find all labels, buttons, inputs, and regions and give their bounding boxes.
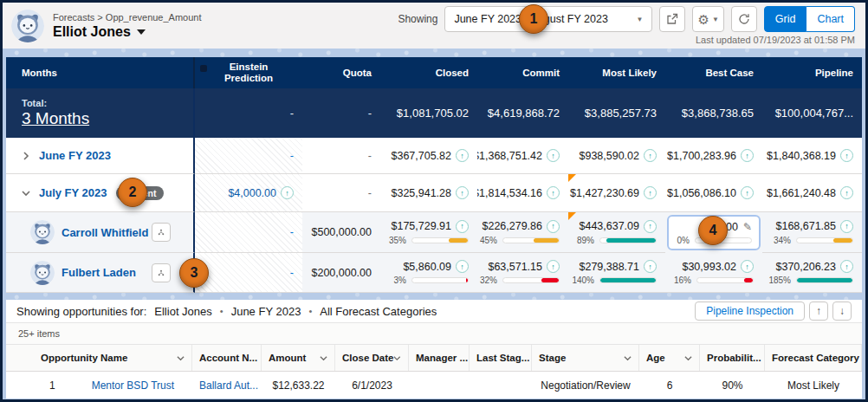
july-pipeline-cell[interactable]: $1,661,240.48↑ — [762, 174, 862, 212]
grid-header-row: Months Einstein Prediction Quota Closed … — [6, 57, 862, 88]
june-pipeline-cell[interactable]: $1,840,368.19↑ — [762, 138, 862, 174]
opp-amount-cell: $12,633.22 — [262, 372, 335, 399]
attainment-bar — [696, 277, 754, 283]
opp-col-close-date[interactable]: Close Date — [335, 345, 409, 371]
share-button[interactable] — [659, 6, 685, 32]
opp-last-stage-cell — [470, 372, 532, 399]
july-commit-cell[interactable]: $1,814,534.16↑ — [477, 174, 568, 212]
attainment-bar — [502, 277, 560, 283]
opp-col-last-stage[interactable]: Last Stag... — [470, 345, 532, 371]
col-header-commit[interactable]: Commit — [477, 57, 568, 88]
july-link[interactable]: July FY 2023 — [39, 186, 107, 199]
opp-close-date-cell: 6/1/2023 — [335, 372, 409, 399]
col-header-einstein-prediction[interactable]: Einstein Prediction — [195, 57, 302, 88]
chevron-right-icon[interactable] — [22, 152, 30, 160]
june-link[interactable]: June FY 2023 — [39, 149, 111, 162]
pipeline-inspection-button[interactable]: Pipeline Inspection — [695, 302, 805, 321]
total-pipeline-cell[interactable]: $100,004,767... — [762, 88, 862, 138]
carroll-pipeline-cell[interactable]: $168,671.85↑ 34% — [762, 212, 862, 253]
refresh-icon — [738, 13, 750, 25]
total-most-likely-cell[interactable]: $3,885,257.73 — [568, 88, 665, 138]
forecast-owner-selector[interactable]: Elliot Jones — [53, 24, 202, 40]
june-quota-cell: - — [302, 138, 380, 174]
up-arrow-indicator-icon: ↑ — [547, 149, 560, 162]
person-row-fulbert: Fulbert Laden - $200,000.00 $5,860.09↑ 3… — [6, 253, 862, 293]
june-months-cell[interactable]: June FY 2023 — [6, 138, 195, 174]
fulbert-closed-cell[interactable]: $5,860.09↑ 3% — [380, 253, 477, 293]
period-selector[interactable]: June FY 2023 - August FY 2023 ▼ — [444, 6, 652, 32]
up-arrow-indicator-icon: ↑ — [547, 186, 560, 199]
total-period-link[interactable]: 3 Months — [22, 109, 89, 128]
view-toggle: Grid Chart — [764, 6, 855, 32]
hierarchy-button[interactable] — [152, 223, 171, 242]
june-closed-cell[interactable]: $367,705.82↑ — [380, 138, 477, 174]
opps-title-prefix: Showing opportunities for: — [16, 305, 146, 318]
carroll-quota-cell: $500,000.00 — [302, 212, 380, 253]
column-resize-handle-icon[interactable] — [200, 65, 207, 72]
opp-col-account-name[interactable]: Account N... — [192, 345, 262, 371]
opp-col-stage[interactable]: Stage — [532, 345, 639, 371]
attainment-bar — [411, 237, 469, 243]
chart-view-button[interactable]: Chart — [806, 6, 855, 32]
fulbert-link[interactable]: Fulbert Laden — [62, 266, 136, 279]
chevron-down-icon — [684, 354, 692, 362]
col-header-best-case[interactable]: Best Case — [665, 57, 762, 88]
up-arrow-indicator-icon: ↑ — [456, 260, 469, 273]
col-header-pipeline[interactable]: Pipeline — [762, 57, 862, 88]
carroll-commit-cell[interactable]: $226,279.86↑ 45% — [477, 212, 568, 253]
total-commit-cell[interactable]: $4,619,868.72 — [477, 88, 568, 138]
attainment-bar — [599, 237, 657, 243]
july-closed-cell[interactable]: $325,941.28↑ — [380, 174, 477, 212]
opp-col-age[interactable]: Age — [639, 345, 700, 371]
up-arrow-indicator-icon: ↑ — [741, 186, 754, 199]
opp-col-forecast-category[interactable]: Forecast Category — [765, 345, 862, 371]
hierarchy-button[interactable] — [152, 263, 171, 282]
july-best-case-cell[interactable]: $1,056,086.10↑ — [665, 174, 762, 212]
refresh-button[interactable] — [731, 6, 757, 32]
sort-descending-button[interactable]: ↓ — [832, 302, 852, 321]
col-header-closed[interactable]: Closed — [380, 57, 477, 88]
july-quota-cell: - — [302, 174, 380, 212]
total-best-case-cell[interactable]: $3,868,738.65 — [665, 88, 762, 138]
separator-dot: • — [308, 306, 312, 316]
july-einstein-cell[interactable]: $4,000.00↑ — [195, 174, 302, 212]
edit-pencil-icon[interactable]: ✎ — [743, 221, 752, 233]
attainment-bar — [796, 237, 853, 243]
june-commit-cell[interactable]: $1,368,751.42↑ — [477, 138, 568, 174]
up-arrow-icon: ↑ — [816, 305, 821, 317]
opp-col-amount[interactable]: Amount — [262, 345, 335, 371]
june-best-case-cell[interactable]: $1,700,283.96↑ — [665, 138, 762, 174]
opp-col-manager[interactable]: Manager ... — [409, 345, 470, 371]
opp-col-opportunity-name[interactable]: Opportunity Name — [6, 345, 192, 371]
wallpaper-strip — [3, 49, 865, 57]
col-header-most-likely[interactable]: Most Likely — [568, 57, 665, 88]
total-closed-cell[interactable]: $1,081,705.02 — [380, 88, 477, 138]
fulbert-best-case-cell[interactable]: $30,993.02↑ 16% — [665, 253, 762, 293]
fulbert-most-likely-cell[interactable]: $279,388.71↑ 140% — [568, 253, 665, 293]
opp-col-probability[interactable]: Probabilit... — [700, 345, 765, 371]
fulbert-pipeline-cell[interactable]: $370,206.23↑ 185% — [762, 253, 862, 293]
attainment-bar — [599, 277, 657, 283]
july-months-cell[interactable]: July FY 2023 Current — [6, 174, 195, 212]
chevron-down-icon: ▼ — [712, 16, 719, 23]
col-header-months[interactable]: Months — [6, 57, 195, 88]
opportunity-link[interactable]: Mentor BSD Trust — [92, 379, 174, 392]
opps-filter-period: June FY 2023 — [231, 305, 301, 318]
carroll-closed-cell[interactable]: $175,729.91↑ 35% — [380, 212, 477, 253]
sort-ascending-button[interactable]: ↑ — [809, 302, 828, 321]
carroll-most-likely-cell[interactable]: $443,637.09↑ 89% — [568, 212, 665, 253]
last-updated-text: Last updated 07/19/2023 at 01:58 PM — [696, 35, 855, 45]
chevron-down-icon[interactable] — [22, 189, 30, 198]
july-most-likely-cell[interactable]: $1,427,230.69↑ — [568, 174, 665, 212]
june-einstein-cell: - — [195, 138, 302, 174]
settings-button[interactable]: ⚙ ▼ — [692, 6, 723, 32]
account-link[interactable]: Ballard Aut... — [199, 379, 258, 392]
attainment-bar — [502, 237, 560, 243]
june-most-likely-cell[interactable]: $938,590.02↑ — [568, 138, 665, 174]
grid-view-button[interactable]: Grid — [764, 6, 807, 32]
forecast-grid-section: Months Einstein Prediction Quota Closed … — [3, 57, 865, 293]
carroll-link[interactable]: Carroll Whitfield — [62, 226, 148, 239]
month-row-june: June FY 2023 - - $367,705.82↑ $1,368,751… — [6, 138, 862, 174]
fulbert-commit-cell[interactable]: $63,571.15↑ 32% — [477, 253, 568, 293]
col-header-quota[interactable]: Quota — [302, 57, 380, 88]
